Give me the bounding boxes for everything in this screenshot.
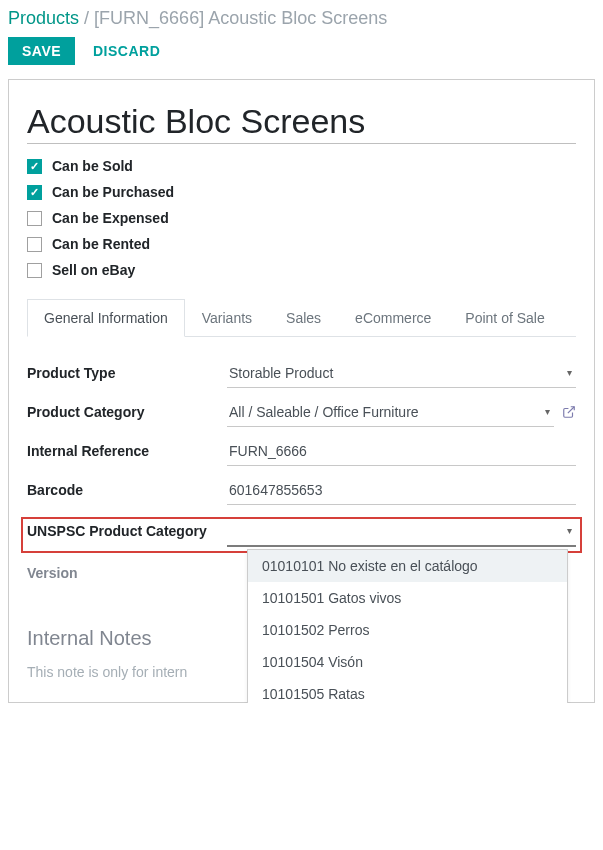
select-product-type[interactable]: Storable Product ▾ (227, 361, 576, 388)
label-product-category: Product Category (27, 400, 227, 420)
input-unspsc[interactable] (227, 519, 576, 547)
label-version: Version (27, 561, 227, 581)
check-icon: ✓ (27, 185, 42, 200)
select-product-category[interactable]: All / Saleable / Office Furniture ▾ (227, 400, 554, 427)
action-bar: SAVE DISCARD (8, 37, 595, 79)
label-barcode: Barcode (27, 478, 227, 498)
checkbox-label: Can be Sold (52, 158, 133, 174)
save-button[interactable]: SAVE (8, 37, 75, 65)
tab-bar: General Information Variants Sales eComm… (27, 298, 576, 337)
page-title: Acoustic Bloc Screens (27, 102, 576, 144)
check-icon (27, 263, 42, 278)
highlighted-field: UNSPSC Product Category ▾ (21, 517, 582, 553)
row-internal-reference: Internal Reference (27, 439, 576, 466)
checkbox-label: Can be Rented (52, 236, 150, 252)
select-value: Storable Product (227, 361, 576, 388)
dropdown-option[interactable]: 10101505 Ratas (248, 678, 567, 703)
form-fields: Product Type Storable Product ▾ Product … (27, 337, 576, 680)
breadcrumb-current: [FURN_6666] Acoustic Bloc Screens (94, 8, 387, 28)
checkbox-can-be-rented[interactable]: Can be Rented (27, 236, 576, 252)
dropdown-option[interactable]: 10101502 Perros (248, 614, 567, 646)
breadcrumb-sep: / (84, 8, 89, 28)
tab-point-of-sale[interactable]: Point of Sale (448, 299, 561, 337)
external-link-icon[interactable] (562, 405, 576, 422)
check-icon (27, 211, 42, 226)
checkbox-can-be-expensed[interactable]: Can be Expensed (27, 210, 576, 226)
row-unspsc: UNSPSC Product Category ▾ (27, 519, 576, 547)
tab-general-information[interactable]: General Information (27, 299, 185, 337)
label-unspsc: UNSPSC Product Category (27, 519, 227, 539)
checkbox-label: Can be Expensed (52, 210, 169, 226)
breadcrumb: Products / [FURN_6666] Acoustic Bloc Scr… (8, 8, 595, 37)
dropdown-menu: 01010101 No existe en el catálogo 101015… (247, 549, 568, 703)
form-sheet: Acoustic Bloc Screens ✓ Can be Sold ✓ Ca… (8, 79, 595, 703)
checkbox-label: Sell on eBay (52, 262, 135, 278)
label-internal-reference: Internal Reference (27, 439, 227, 459)
tab-ecommerce[interactable]: eCommerce (338, 299, 448, 337)
dropdown-option[interactable]: 10101504 Visón (248, 646, 567, 678)
discard-button[interactable]: DISCARD (79, 37, 174, 65)
checkbox-can-be-purchased[interactable]: ✓ Can be Purchased (27, 184, 576, 200)
chevron-down-icon: ▾ (567, 367, 572, 378)
chevron-down-icon: ▾ (567, 525, 572, 536)
tab-sales[interactable]: Sales (269, 299, 338, 337)
select-value: All / Saleable / Office Furniture (227, 400, 554, 427)
chevron-down-icon: ▾ (545, 406, 550, 417)
dropdown-option[interactable]: 10101501 Gatos vivos (248, 582, 567, 614)
row-barcode: Barcode (27, 478, 576, 505)
input-barcode[interactable] (227, 478, 576, 505)
check-icon: ✓ (27, 159, 42, 174)
breadcrumb-root[interactable]: Products (8, 8, 79, 28)
input-internal-reference[interactable] (227, 439, 576, 466)
svg-line-0 (568, 407, 574, 413)
checkbox-sell-on-ebay[interactable]: Sell on eBay (27, 262, 576, 278)
dropdown-option[interactable]: 01010101 No existe en el catálogo (248, 550, 567, 582)
row-product-type: Product Type Storable Product ▾ (27, 361, 576, 388)
check-icon (27, 237, 42, 252)
checkbox-can-be-sold[interactable]: ✓ Can be Sold (27, 158, 576, 174)
checkbox-label: Can be Purchased (52, 184, 174, 200)
row-product-category: Product Category All / Saleable / Office… (27, 400, 576, 427)
checkbox-group: ✓ Can be Sold ✓ Can be Purchased Can be … (27, 158, 576, 278)
label-product-type: Product Type (27, 361, 227, 381)
select-unspsc[interactable]: ▾ (227, 519, 576, 547)
tab-variants[interactable]: Variants (185, 299, 269, 337)
